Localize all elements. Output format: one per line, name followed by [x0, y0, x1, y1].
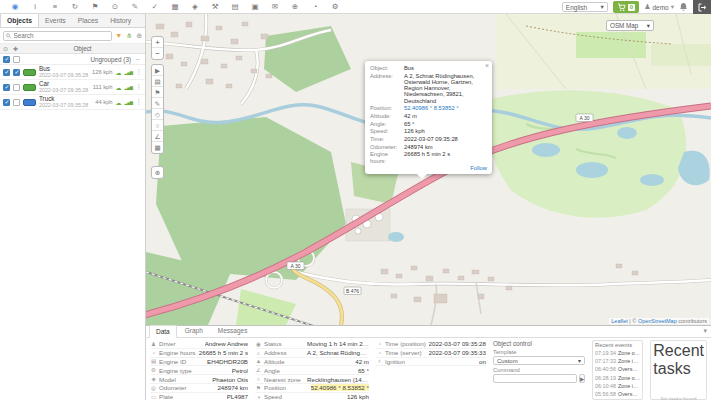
osm-link[interactable]: OpenStreetMap — [638, 318, 677, 324]
calendar-icon[interactable]: ▣ — [245, 0, 265, 14]
zoom-out-button[interactable]: − — [152, 48, 163, 59]
logout-button[interactable] — [693, 0, 711, 14]
panel-tab[interactable]: Data — [149, 325, 177, 338]
object-group-row[interactable]: Ungrouped (3) − — [0, 54, 145, 65]
object-row[interactable]: Bus 2022-03-07 09:35:28 126 kph ☁ ▂▄▆ ⋮ — [0, 65, 145, 80]
sidebar-tab[interactable]: Places — [72, 14, 104, 27]
object-menu-icon[interactable]: ⋮ — [136, 68, 143, 76]
popup-field-value[interactable]: 52.40986 ° 8.53852 ° — [404, 105, 487, 111]
object-select-checkbox[interactable] — [13, 84, 20, 91]
field-label: Position — [264, 384, 286, 391]
object-row[interactable]: Truck 2022-03-07 09:35:28 44 kph ☁ ▂▄▆ ⋮ — [0, 95, 145, 110]
object-visible-checkbox[interactable] — [3, 99, 10, 106]
leaflet-link[interactable]: Leaflet — [611, 318, 628, 324]
field-label: Ignition — [385, 358, 405, 365]
field-icon: ◎ — [150, 385, 157, 391]
field-value[interactable]: 52.40986 ° 8.53852 ° — [311, 384, 369, 391]
object-select-checkbox[interactable] — [13, 99, 20, 106]
data-row: ◔ Time (position) 2022-03-07 09:35:28 — [376, 340, 486, 349]
send-command-button[interactable]: ▶ — [579, 374, 585, 383]
sidebar-action-icons: ▼ ⋔ ⊕ — [115, 31, 142, 41]
field-icon: ⚙ — [150, 367, 157, 373]
layers-icon[interactable]: ▤ — [152, 76, 163, 87]
group-visible-checkbox[interactable] — [3, 56, 10, 63]
bottom-panel: Data Graph Messages ▾ ♟ Driver Andrew An… — [146, 325, 711, 400]
object-select-checkbox[interactable] — [13, 69, 20, 76]
logo-icon[interactable]: ◉ — [5, 0, 25, 14]
reports-icon[interactable]: ▤ — [225, 0, 245, 14]
object-menu-icon[interactable]: ⋮ — [136, 83, 143, 91]
grid-icon[interactable]: ▦ — [152, 142, 163, 153]
address-search-icon[interactable]: ⊙ — [105, 0, 125, 14]
draw-route-icon[interactable]: ✎ — [152, 98, 163, 109]
info-icon[interactable]: i — [25, 0, 45, 14]
objects-list-icon[interactable]: ≡ — [45, 0, 65, 14]
object-visible-checkbox[interactable] — [3, 69, 10, 76]
cart-count-badge: 0 — [628, 4, 635, 11]
group-select-checkbox[interactable] — [13, 56, 20, 63]
data-row: ▤ Engine ID EH4DHDR20B — [150, 358, 248, 367]
filter-icon[interactable]: ▼ — [115, 31, 122, 41]
field-value: Recklinghausen (140.83 km) — [307, 376, 369, 383]
places-icon[interactable]: ⚑ — [85, 0, 105, 14]
messages-icon[interactable]: ✉ — [265, 0, 285, 14]
event-time: 06:40:56 — [595, 366, 616, 372]
share-icon[interactable]: ⋔ — [126, 31, 132, 41]
notifications-bell-icon[interactable] — [679, 2, 688, 12]
popup-row: Angle: 65 ° — [370, 121, 487, 127]
draw-icon[interactable]: ✎ — [125, 0, 145, 14]
map[interactable]: A 30 B 476 A 30 Bus (126 kph) OSM Map ▾ … — [146, 14, 711, 325]
sidebar-tab[interactable]: Objects — [0, 14, 39, 27]
measure-icon[interactable]: ∠ — [152, 131, 163, 142]
sidebar-tab[interactable]: Events — [39, 14, 72, 27]
panel-tab[interactable]: Messages — [211, 324, 255, 337]
settings-icon[interactable]: ⚙ — [325, 0, 345, 14]
popup-field-value: A 2, Schnat Rödinghausen, Osterwald Horn… — [404, 73, 487, 104]
follow-link[interactable]: Follow — [470, 165, 487, 171]
popup-row: Speed: 126 kph — [370, 128, 487, 134]
dashboard-icon[interactable]: ▦ — [165, 0, 185, 14]
object-timestamp: 2022-03-07 09:35:28 — [39, 72, 88, 78]
object-row[interactable]: Car 2022-03-07 09:35:28 111 kph ☁ ▂▄▆ ⋮ — [0, 80, 145, 95]
visibility-eye-icon[interactable]: ⊙ — [3, 45, 13, 52]
language-select[interactable]: English ▾ — [562, 2, 608, 12]
time-icon[interactable]: ◔ — [305, 0, 325, 14]
tools-icon[interactable]: ⚒ — [205, 0, 225, 14]
globe-icon[interactable]: ⊕ — [285, 0, 305, 14]
poi-icon[interactable]: ⚑ — [152, 87, 163, 98]
follow-icon[interactable]: ✚ — [13, 45, 23, 52]
popup-close-icon[interactable]: × — [485, 62, 489, 69]
locate-button[interactable]: ⊕ — [152, 167, 163, 178]
panel-collapse-icon[interactable]: ▾ — [703, 327, 707, 335]
popup-field-value: 126 kph — [404, 128, 487, 134]
search-input[interactable] — [14, 32, 110, 39]
data-row: ⚙ Engine type Petrol — [150, 366, 248, 375]
add-object-icon[interactable]: ⊕ — [136, 31, 142, 41]
group-collapse-icon[interactable]: − — [134, 56, 142, 63]
field-value: 126 kph — [347, 393, 369, 400]
tasks-icon[interactable]: ✓ — [145, 0, 165, 14]
cursor-icon[interactable]: ▶ — [152, 65, 163, 76]
object-menu-icon[interactable]: ⋮ — [136, 98, 143, 106]
cart-button[interactable]: 0 — [613, 1, 639, 13]
user-menu[interactable]: ♟ demo ▾ — [644, 3, 674, 11]
history-icon[interactable]: ↻ — [65, 0, 85, 14]
object-column-header[interactable]: Object — [23, 45, 142, 52]
command-input[interactable] — [493, 374, 577, 383]
sidebar-tab[interactable]: History — [104, 14, 137, 27]
field-icon: ◔ — [376, 350, 383, 356]
map-layer-select[interactable]: OSM Map ▾ — [606, 20, 654, 31]
circle-icon[interactable]: ○ — [152, 120, 163, 131]
panel-tab[interactable]: Graph — [178, 324, 210, 337]
field-value[interactable]: Andrew Andrew — [205, 340, 248, 347]
zoom-in-button[interactable]: + — [152, 37, 163, 48]
popup-field-label: Speed: — [370, 128, 404, 134]
template-select[interactable]: Custom ▾ — [493, 356, 585, 365]
object-visible-checkbox[interactable] — [3, 84, 10, 91]
search-field[interactable] — [3, 31, 112, 41]
object-timestamp: 2022-03-07 09:35:28 — [39, 102, 88, 108]
zone-icon[interactable]: ◇ — [152, 109, 163, 120]
map-layer-label: OSM Map — [610, 22, 638, 29]
data-column-a: ♟ Driver Andrew Andrew ◔ Engine hours 26… — [150, 340, 248, 400]
vehicles-icon[interactable]: ◈ — [185, 0, 205, 14]
